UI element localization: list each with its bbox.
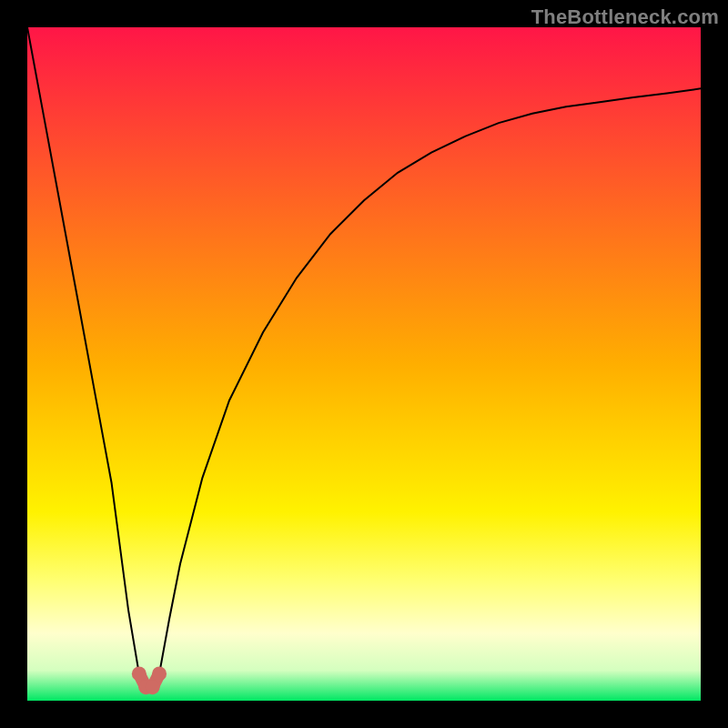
marker-dip-right <box>152 666 167 681</box>
chart-svg <box>27 27 701 701</box>
chart-frame: TheBottleneck.com <box>0 0 728 728</box>
marker-dip-bottom-right <box>146 680 160 694</box>
gradient-background <box>27 27 701 701</box>
watermark-text: TheBottleneck.com <box>531 5 719 29</box>
marker-dip-left <box>132 666 147 681</box>
plot-area <box>27 27 701 701</box>
